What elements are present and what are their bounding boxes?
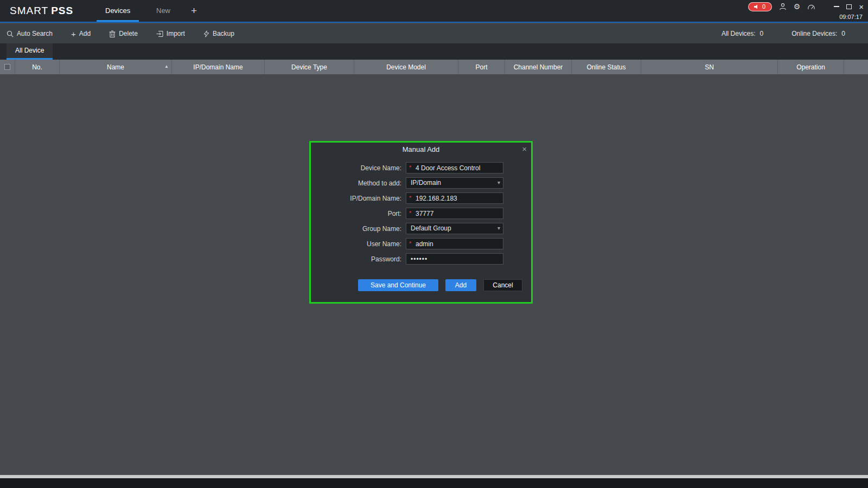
all-devices-count: All Devices: 0: [722, 30, 763, 37]
method-label: Method to add:: [311, 179, 401, 187]
tab-all-device-label: All Device: [15, 47, 44, 54]
alarm-badge-count: 0: [762, 3, 765, 10]
logo-smart: SMART: [10, 5, 48, 16]
chevron-down-icon: ▾: [497, 180, 500, 185]
port-row: Port: *: [311, 208, 531, 219]
required-marker: *: [409, 195, 411, 201]
logo-pss: PSS: [51, 5, 73, 16]
required-marker: *: [409, 241, 411, 247]
ip-domain-row: IP/Domain Name: *: [311, 192, 531, 204]
maximize-icon[interactable]: [846, 4, 852, 9]
bottom-strip-dark: [0, 478, 868, 488]
user-name-input[interactable]: [406, 239, 503, 249]
col-sn[interactable]: SN: [641, 60, 778, 74]
col-device-model[interactable]: Device Model: [354, 60, 458, 74]
import-label: Import: [167, 30, 185, 37]
col-port[interactable]: Port: [458, 60, 505, 74]
auto-search-button[interactable]: Auto Search: [7, 30, 53, 37]
add-label: Add: [79, 30, 91, 37]
user-icon[interactable]: [779, 3, 787, 10]
add-button[interactable]: Add: [445, 279, 476, 291]
port-label: Port:: [311, 210, 401, 217]
port-field-wrap: *: [406, 208, 503, 219]
manual-add-form: Device Name: * Method to add: IP/Domain …: [311, 162, 531, 268]
chevron-down-icon: ▾: [497, 226, 500, 231]
online-devices-value: 0: [841, 30, 845, 37]
device-name-input[interactable]: [406, 163, 503, 174]
select-all-checkbox[interactable]: [4, 64, 10, 70]
app-logo: SMARTPSS: [10, 5, 73, 17]
titlebar-icons: 0 ⚙ ×: [748, 2, 864, 11]
method-select[interactable]: IP/Domain ▾: [406, 177, 503, 189]
group-select[interactable]: Default Group ▾: [406, 223, 503, 234]
sort-asc-icon[interactable]: ▲: [164, 64, 169, 69]
group-select-value: Default Group: [406, 223, 503, 234]
col-channel-number[interactable]: Channel Number: [505, 60, 572, 74]
search-icon: [7, 30, 14, 37]
cancel-button[interactable]: Cancel: [483, 279, 522, 291]
backup-label: Backup: [213, 30, 234, 37]
online-devices-label: Online Devices:: [792, 30, 837, 37]
tab-new-label: New: [156, 7, 170, 15]
tab-devices[interactable]: Devices: [97, 0, 139, 22]
delete-device-button[interactable]: Delete: [109, 30, 138, 37]
online-devices-count: Online Devices: 0: [792, 30, 845, 37]
device-name-field-wrap: *: [406, 162, 503, 174]
col-device-type[interactable]: Device Type: [265, 60, 354, 74]
device-counts: All Devices: 0 Online Devices: 0: [722, 30, 861, 37]
user-name-field-wrap: *: [406, 238, 503, 249]
all-devices-value: 0: [760, 30, 764, 37]
minimize-icon[interactable]: [834, 6, 839, 7]
add-device-button[interactable]: + Add: [71, 30, 91, 38]
titlebar: SMARTPSS Devices New + 0 ⚙ × 09:07:17: [0, 0, 868, 23]
auto-search-label: Auto Search: [17, 30, 53, 37]
close-icon[interactable]: ×: [859, 3, 864, 11]
trash-icon: [109, 30, 116, 37]
clock: 09:07:17: [839, 14, 863, 20]
ip-domain-field-wrap: *: [406, 192, 503, 204]
import-icon: [156, 30, 163, 37]
import-button[interactable]: Import: [156, 30, 185, 37]
backup-icon: [203, 30, 209, 37]
save-and-continue-button[interactable]: Save and Continue: [358, 279, 438, 291]
col-ip-domain[interactable]: IP/Domain Name: [172, 60, 265, 74]
all-devices-label: All Devices:: [722, 30, 756, 37]
add-icon: +: [71, 30, 76, 38]
dialog-close-icon[interactable]: ×: [522, 145, 527, 153]
device-name-row: Device Name: *: [311, 162, 531, 174]
tab-new[interactable]: New: [148, 0, 179, 22]
select-all-cell: [0, 60, 15, 74]
plus-icon: +: [191, 5, 197, 16]
dialog-buttons: Save and Continue Add Cancel: [358, 279, 522, 291]
group-row: Group Name: Default Group ▾: [311, 223, 531, 234]
port-input[interactable]: [406, 209, 503, 219]
password-field-wrap: [406, 253, 503, 265]
col-name[interactable]: Name ▲: [60, 60, 172, 74]
col-name-label: Name: [107, 63, 124, 71]
device-toolbar: Auto Search + Add Delete Import Backup A…: [0, 24, 868, 43]
device-tabstrip: All Device: [0, 43, 868, 60]
tab-devices-label: Devices: [105, 7, 130, 15]
backup-button[interactable]: Backup: [203, 30, 234, 37]
group-label: Group Name:: [311, 225, 401, 233]
ip-domain-input[interactable]: [406, 194, 503, 204]
password-row: Password:: [311, 253, 531, 265]
gear-icon[interactable]: ⚙: [794, 3, 801, 10]
speaker-icon: [754, 4, 760, 9]
dialog-title: Manual Add: [311, 143, 531, 157]
required-marker: *: [409, 165, 411, 171]
tab-all-device[interactable]: All Device: [7, 43, 53, 60]
header-filler: [844, 60, 868, 74]
user-name-row: User Name: *: [311, 238, 531, 249]
col-no[interactable]: No.: [15, 60, 60, 74]
required-marker: *: [409, 210, 411, 216]
new-tab-button[interactable]: +: [186, 0, 202, 22]
device-table-header: No. Name ▲ IP/Domain Name Device Type De…: [0, 60, 868, 74]
col-operation[interactable]: Operation: [778, 60, 844, 74]
device-name-label: Device Name:: [311, 164, 401, 172]
ip-domain-label: IP/Domain Name:: [311, 195, 401, 202]
password-input[interactable]: [406, 254, 503, 265]
alarm-badge[interactable]: 0: [748, 2, 772, 11]
col-online-status[interactable]: Online Status: [572, 60, 641, 74]
dashboard-icon[interactable]: [807, 3, 815, 10]
